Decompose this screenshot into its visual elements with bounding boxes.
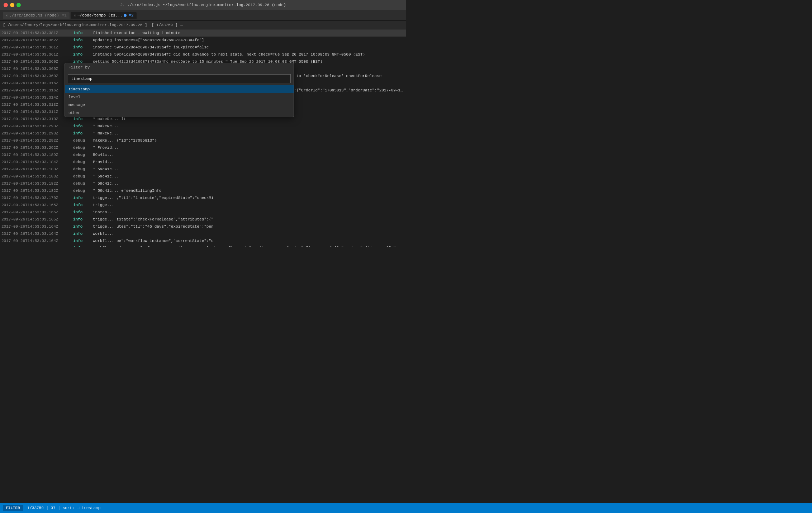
filepath-dash: — <box>180 23 183 27</box>
filter-dropdown: Filter by timestamplevelmessageother <box>65 63 294 117</box>
log-message: instance 59c41c28d42698734783a4fc isExpi… <box>93 44 209 51</box>
tab-close-icon[interactable]: ✕ <box>6 13 8 18</box>
log-message: workfl... pe":"workflow-instance","curre… <box>93 238 214 244</box>
log-area: 2017-09-26T14:53:03.381Zinfofinished exe… <box>0 29 406 247</box>
log-line: 2017-09-26T14:53:03.164Zinfotrigge... ut… <box>0 223 406 230</box>
filter-input[interactable] <box>68 74 291 83</box>
log-message: trigge... <box>93 202 114 208</box>
tab-kbd-2: ⌘2 <box>129 13 133 18</box>
tab-close-icon-2[interactable]: ✕ <box>74 13 76 18</box>
log-line: 2017-09-26T14:53:03.165Zinfoinstan... <box>0 209 406 216</box>
log-timestamp: 2017-09-26T14:53:03.182Z <box>1 187 73 194</box>
log-message: updating instances=["59c41c28d4269873478… <box>93 37 204 43</box>
log-level: info <box>73 202 93 208</box>
log-level: debug <box>73 180 93 187</box>
log-timestamp: 2017-09-26T14:53:03.361Z <box>1 44 73 51</box>
tab-label: ./src/index.js (node) <box>9 13 59 18</box>
log-level: info <box>73 238 93 244</box>
window-controls[interactable] <box>4 3 21 7</box>
log-message: trigge... tState":"checkForRelease","att… <box>93 216 214 223</box>
log-timestamp: 2017-09-26T14:53:03.381Z <box>1 30 73 36</box>
log-line: 2017-09-26T14:53:03.162Zinfoworkflow ord… <box>0 244 406 247</box>
filter-option-timestamp[interactable]: timestamp <box>65 85 294 93</box>
log-line: 2017-09-26T14:53:03.292Zdebug* Provid... <box>0 144 406 151</box>
log-timestamp: 2017-09-26T14:53:03.165Z <box>1 209 73 215</box>
log-message: * 59c41c... <box>93 180 119 187</box>
filter-input-row[interactable] <box>65 72 294 85</box>
log-line: 2017-09-26T14:53:03.361Zinfoinstance 59c… <box>0 44 406 51</box>
log-timestamp: 2017-09-26T14:53:03.293Z <box>1 130 73 137</box>
log-timestamp: 2017-09-26T14:53:03.164Z <box>1 223 73 230</box>
log-timestamp: 2017-09-26T14:53:03.292Z <box>1 137 73 144</box>
log-line: 2017-09-26T14:53:03.183Zdebug* 59c41c... <box>0 166 406 173</box>
log-level: info <box>73 51 93 58</box>
log-timestamp: 2017-09-26T14:53:03.360Z <box>1 66 73 72</box>
log-timestamp: 2017-09-26T14:53:03.360Z <box>1 73 73 79</box>
log-level: debug <box>73 187 93 194</box>
tab-kbd: ⌘1 <box>62 13 67 18</box>
filepath-path: [ /Users/fcoury/logs/workflow-engine-mon… <box>3 23 147 27</box>
log-message: * makeRe... <box>93 123 119 129</box>
log-message: * 59c41c... <box>93 173 119 180</box>
log-timestamp: 2017-09-26T14:53:03.310Z <box>1 116 73 122</box>
log-level: debug <box>73 144 93 151</box>
log-line: 2017-09-26T14:53:03.170Zinfotrigge... ,"… <box>0 194 406 201</box>
log-timestamp: 2017-09-26T14:53:03.313Z <box>1 101 73 108</box>
log-message: * 59c41c... <box>93 166 119 172</box>
log-message: * 59c41c... e=sendBillingInfo <box>93 187 161 194</box>
log-message: makeRe... {"id":"17095813"} <box>93 137 157 144</box>
minimize-button[interactable] <box>10 3 14 7</box>
log-timestamp: 2017-09-26T14:53:03.165Z <box>1 216 73 223</box>
filter-option-message[interactable]: message <box>65 101 294 109</box>
log-line: 2017-09-26T14:53:03.165Zinfotrigge... <box>0 201 406 209</box>
log-timestamp: 2017-09-26T14:53:03.183Z <box>1 166 73 172</box>
maximize-button[interactable] <box>16 3 21 7</box>
tab-tempo[interactable]: ✕ ~/code/tempo (zs... ⌘2 <box>71 12 137 19</box>
log-timestamp: 2017-09-26T14:53:03.184Z <box>1 159 73 165</box>
log-message: workflow order: result for state=pending… <box>93 245 405 247</box>
filter-options-list: timestamplevelmessageother <box>65 85 294 117</box>
log-message: Provid... <box>93 159 114 165</box>
log-message: workfl... <box>93 231 114 237</box>
log-timestamp: 2017-09-26T14:53:03.183Z <box>1 173 73 180</box>
log-level: info <box>73 231 93 237</box>
log-line: 2017-09-26T14:53:03.164Zinfoworkfl... <box>0 230 406 237</box>
tab-src-index[interactable]: ✕ ./src/index.js (node) ⌘1 <box>3 12 70 19</box>
log-level: info <box>73 44 93 51</box>
filter-option-other[interactable]: other <box>65 109 294 117</box>
window-title: 2. ./src/index.js ~/logs/workflow-engine… <box>120 3 286 7</box>
log-message: trigge... ,"ttl":"1 minute","expiredStat… <box>93 195 214 201</box>
log-line: 2017-09-26T14:53:03.182Zdebug* 59c41c...… <box>0 187 406 194</box>
tab-label-2: ~/code/tempo (zs... <box>77 13 122 18</box>
log-timestamp: 2017-09-26T14:53:03.316Z <box>1 80 73 86</box>
log-level: debug <box>73 137 93 144</box>
title-bar: 2. ./src/index.js ~/logs/workflow-engine… <box>0 0 406 10</box>
log-timestamp: 2017-09-26T14:53:03.316Z <box>1 87 73 94</box>
log-message: * Provid... <box>93 144 119 151</box>
log-level: info <box>73 245 93 247</box>
log-timestamp: 2017-09-26T14:53:03.170Z <box>1 195 73 201</box>
log-message: trigge... utes","ttl":"45 days","expired… <box>93 223 214 230</box>
filter-title-row: Filter by <box>65 63 294 72</box>
log-line: 2017-09-26T14:53:03.165Zinfotrigge... tS… <box>0 216 406 223</box>
log-timestamp: 2017-09-26T14:53:03.314Z <box>1 94 73 101</box>
log-line: 2017-09-26T14:53:03.293Zinfo* makeRe... <box>0 123 406 130</box>
log-level: debug <box>73 166 93 172</box>
log-line: 2017-09-26T14:53:03.293Zinfo* makeRe... <box>0 130 406 137</box>
log-message: * makeRe... <box>93 130 119 137</box>
log-line: 2017-09-26T14:53:03.184ZdebugProvid... <box>0 158 406 166</box>
log-timestamp: 2017-09-26T14:53:03.293Z <box>1 123 73 129</box>
tab-bar: ✕ ./src/index.js (node) ⌘1 ✕ ~/code/temp… <box>0 10 406 21</box>
log-message: instan... <box>93 209 114 215</box>
close-button[interactable] <box>4 3 8 7</box>
log-level: info <box>73 195 93 201</box>
log-message: finished execution - waiting 1 minute <box>93 30 180 36</box>
log-level: info <box>73 209 93 215</box>
log-line: 2017-09-26T14:53:03.189Zdebug59c41c... <box>0 151 406 158</box>
log-timestamp: 2017-09-26T14:53:03.182Z <box>1 180 73 187</box>
filter-option-level[interactable]: level <box>65 93 294 101</box>
log-line: 2017-09-26T14:53:03.182Zdebug* 59c41c... <box>0 180 406 187</box>
log-timestamp: 2017-09-26T14:53:03.164Z <box>1 238 73 244</box>
log-timestamp: 2017-09-26T14:53:03.362Z <box>1 37 73 43</box>
log-level: info <box>73 123 93 129</box>
